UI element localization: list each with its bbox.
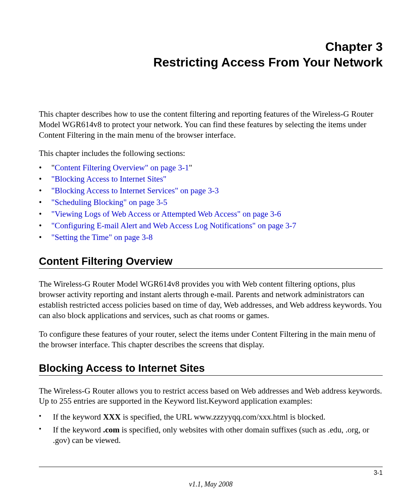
toc-suffix: " xyxy=(189,163,192,172)
page-container: Chapter 3 Restricting Access From Your N… xyxy=(0,0,420,504)
toc-link[interactable]: "Blocking Access to Internet Services" o… xyxy=(51,186,219,195)
version-label: v1.1, May 2008 xyxy=(39,480,383,488)
example-text: If the keyword xyxy=(53,412,103,422)
section-rule xyxy=(39,268,383,269)
toc-link[interactable]: Content Filtering Overview" on page 3-1 xyxy=(55,163,189,172)
example-keyword: XXX xyxy=(103,412,121,422)
toc-link[interactable]: "Blocking Access to Internet Sites" xyxy=(51,174,166,184)
example-item: If the keyword .com is specified, only w… xyxy=(39,425,383,446)
section1-paragraph: The Wireless-G Router Model WGR614v8 pro… xyxy=(39,279,383,321)
toc-item: "Content Filtering Overview" on page 3-1… xyxy=(39,162,383,174)
footer-rule xyxy=(39,467,383,467)
toc-item: "Blocking Access to Internet Services" o… xyxy=(39,185,383,197)
toc-item: "Scheduling Blocking" on page 3-5 xyxy=(39,197,383,208)
toc-prefix: " xyxy=(51,163,55,172)
toc-list: "Content Filtering Overview" on page 3-1… xyxy=(39,162,383,243)
page-footer: 3-1 v1.1, May 2008 xyxy=(39,467,383,488)
chapter-number: Chapter 3 xyxy=(39,39,383,54)
toc-item: "Setting the Time" on page 3-8 xyxy=(39,232,383,243)
toc-item: "Blocking Access to Internet Sites" xyxy=(39,173,383,185)
page-number: 3-1 xyxy=(39,469,383,476)
toc-link[interactable]: "Configuring E-mail Alert and Web Access… xyxy=(51,221,296,230)
toc-link[interactable]: "Scheduling Blocking" on page 3-5 xyxy=(51,198,167,207)
example-item: If the keyword XXX is specified, the URL… xyxy=(39,412,383,422)
example-list: If the keyword XXX is specified, the URL… xyxy=(39,412,383,446)
intro-paragraph: This chapter describes how to use the co… xyxy=(39,109,383,140)
toc-item: "Configuring E-mail Alert and Web Access… xyxy=(39,220,383,232)
section1-paragraph: To configure these features of your rout… xyxy=(39,329,383,350)
example-text: is specified, the URL www.zzzyyqq.com/xx… xyxy=(121,412,325,422)
chapter-title-block: Chapter 3 Restricting Access From Your N… xyxy=(39,39,383,70)
section2-paragraph: The Wireless-G Router allows you to rest… xyxy=(39,386,383,407)
toc-item: "Viewing Logs of Web Access or Attempted… xyxy=(39,208,383,220)
example-text: If the keyword xyxy=(53,425,103,434)
section-heading-blocking-sites: Blocking Access to Internet Sites xyxy=(39,362,383,374)
toc-link[interactable]: "Setting the Time" on page 3-8 xyxy=(51,233,152,242)
section-heading-content-filtering: Content Filtering Overview xyxy=(39,256,383,268)
section-rule xyxy=(39,375,383,376)
toc-link[interactable]: "Viewing Logs of Web Access or Attempted… xyxy=(51,209,281,219)
example-keyword: .com xyxy=(103,425,120,434)
sections-intro: This chapter includes the following sect… xyxy=(39,149,383,158)
chapter-title: Restricting Access From Your Network xyxy=(39,54,383,70)
